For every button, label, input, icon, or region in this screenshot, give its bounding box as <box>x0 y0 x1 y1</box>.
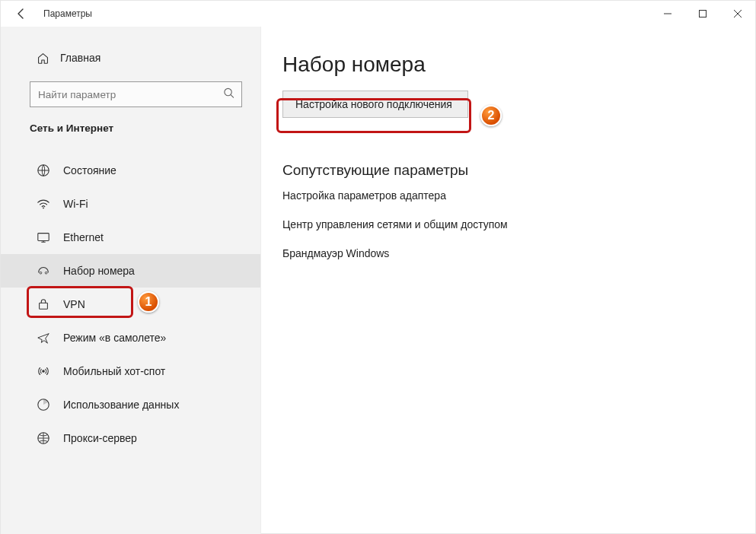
sidebar: Главная Сеть и Интернет Состояние Wi-Fi <box>1 27 261 534</box>
globe-icon <box>36 163 51 178</box>
titlebar-left: Параметры <box>13 5 92 22</box>
svg-rect-7 <box>40 303 48 309</box>
proxy-icon <box>36 431 51 446</box>
sidebar-item-ethernet[interactable]: Ethernet <box>1 221 260 254</box>
sidebar-item-label: Wi-Fi <box>63 198 260 210</box>
sidebar-item-datausage[interactable]: Использование данных <box>1 388 260 421</box>
svg-point-1 <box>225 88 231 95</box>
sidebar-item-label: Прокси-сервер <box>63 432 260 444</box>
search-input[interactable] <box>30 81 242 107</box>
sidebar-item-proxy[interactable]: Прокси-сервер <box>1 421 260 455</box>
close-button[interactable] <box>720 2 755 26</box>
hotspot-icon <box>36 364 51 379</box>
app-title: Параметры <box>43 8 92 19</box>
sidebar-item-label: Набор номера <box>63 265 260 277</box>
sidebar-item-label: Мобильный хот-спот <box>63 365 260 377</box>
svg-point-6 <box>45 272 47 274</box>
sidebar-item-wifi[interactable]: Wi-Fi <box>1 187 260 221</box>
vpn-icon <box>36 297 51 312</box>
svg-point-8 <box>42 370 45 373</box>
main-content: Набор номера Настройка нового подключени… <box>261 27 755 534</box>
airplane-icon <box>36 330 51 345</box>
sidebar-home[interactable]: Главная <box>1 45 260 71</box>
svg-point-5 <box>40 272 42 274</box>
sidebar-item-label: Использование данных <box>63 399 260 411</box>
sidebar-item-dialup[interactable]: Набор номера <box>1 254 260 288</box>
sidebar-home-label: Главная <box>60 52 100 64</box>
sidebar-item-vpn[interactable]: VPN <box>1 288 260 321</box>
maximize-icon <box>699 10 707 17</box>
new-connection-button[interactable]: Настройка нового подключения <box>282 91 468 118</box>
svg-rect-4 <box>38 234 49 241</box>
settings-window: Параметры Главная <box>0 0 756 534</box>
window-controls <box>650 2 755 26</box>
sidebar-nav: Состояние Wi-Fi Ethernet Набор номера VP… <box>1 154 260 455</box>
close-icon <box>734 10 742 17</box>
dialup-icon <box>36 263 51 278</box>
maximize-button[interactable] <box>685 2 720 26</box>
sidebar-item-hotspot[interactable]: Мобильный хот-спот <box>1 354 260 388</box>
related-link-adapter[interactable]: Настройка параметров адаптера <box>282 189 734 202</box>
sidebar-item-airplane[interactable]: Режим «в самолете» <box>1 321 260 354</box>
datausage-icon <box>36 397 51 412</box>
sidebar-item-label: Ethernet <box>63 231 260 243</box>
search-wrap <box>30 81 242 107</box>
svg-rect-0 <box>700 11 707 17</box>
related-title: Сопутствующие параметры <box>282 162 734 179</box>
sidebar-item-label: Режим «в самолете» <box>63 332 260 344</box>
sidebar-item-label: Состояние <box>63 164 260 176</box>
back-button[interactable] <box>13 5 30 22</box>
svg-point-3 <box>43 208 44 209</box>
annotation-badge-2: 2 <box>480 105 502 126</box>
wifi-icon <box>36 196 51 211</box>
arrow-left-icon <box>15 8 27 20</box>
related-link-sharing[interactable]: Центр управления сетями и общим доступом <box>282 218 734 230</box>
sidebar-section-title: Сеть и Интернет <box>1 122 260 145</box>
minimize-icon <box>664 10 671 17</box>
minimize-button[interactable] <box>650 2 685 26</box>
home-icon <box>36 51 49 65</box>
titlebar: Параметры <box>1 1 755 27</box>
sidebar-item-status[interactable]: Состояние <box>1 154 260 187</box>
window-body: Главная Сеть и Интернет Состояние Wi-Fi <box>1 27 755 534</box>
related-link-firewall[interactable]: Брандмауэр Windows <box>282 247 734 259</box>
page-title: Набор номера <box>282 52 734 77</box>
search-icon <box>223 87 234 102</box>
sidebar-item-label: VPN <box>63 298 260 310</box>
ethernet-icon <box>36 230 51 245</box>
